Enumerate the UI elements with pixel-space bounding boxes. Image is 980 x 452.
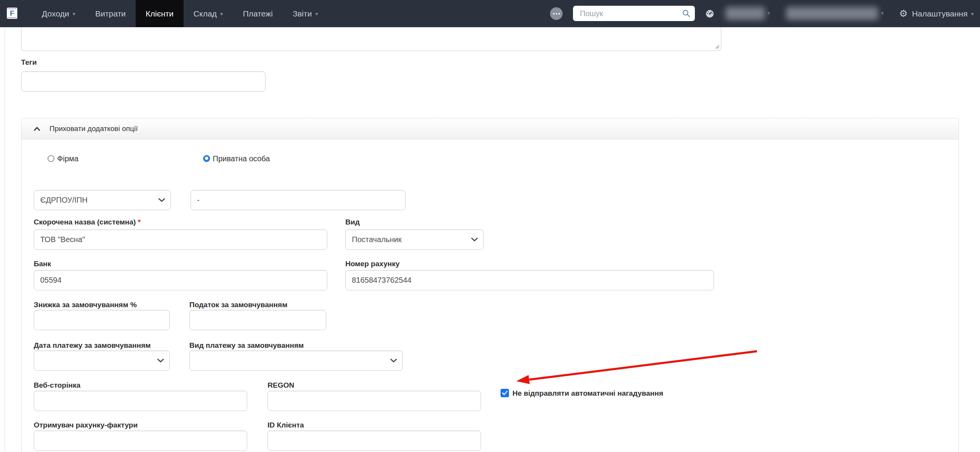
nav-item-label: Платежі xyxy=(243,9,273,18)
more-options-button[interactable] xyxy=(550,7,563,20)
search-input[interactable] xyxy=(579,9,682,18)
caret-down-icon: ▾ xyxy=(220,11,223,16)
settings-menu[interactable]: ⚙ Налаштування ▾ xyxy=(899,0,974,27)
resize-grip-icon[interactable] xyxy=(714,44,719,49)
default-discount-label: Знижка за замовчуванням % xyxy=(34,301,137,309)
tax-id-type-select[interactable]: ЄДРПОУ/ІПН xyxy=(34,190,171,210)
app-logo[interactable]: F xyxy=(7,8,17,19)
radio-company-label[interactable]: Фірма xyxy=(57,154,79,163)
tags-label: Теги xyxy=(21,58,37,67)
chevron-down-icon xyxy=(471,237,478,242)
default-tax-label: Податок за замовчуванням xyxy=(189,301,287,309)
caret-down-icon[interactable]: ▾ xyxy=(767,10,770,16)
default-payment-kind-label: Вид платежу за замовчуванням xyxy=(189,341,304,350)
bank-input[interactable] xyxy=(34,270,327,290)
nav-item-label: Склад xyxy=(194,9,217,18)
viewport-edge-line xyxy=(5,27,5,452)
nav-item-payments[interactable]: Платежі xyxy=(233,0,283,27)
default-payment-date-label: Дата платежу за замовчуванням xyxy=(34,341,151,350)
top-navbar: F Доходи ▾ Витрати Клієнти Склад ▾ Плате… xyxy=(0,0,980,27)
invoice-recipient-input[interactable] xyxy=(34,431,247,451)
default-payment-kind-select[interactable] xyxy=(189,350,403,371)
chevron-down-icon xyxy=(158,198,165,202)
nav-item-warehouse[interactable]: Склад ▾ xyxy=(184,0,233,27)
settings-label: Налаштування xyxy=(912,9,967,18)
account-number-input[interactable] xyxy=(345,270,714,290)
account-email-redacted[interactable] xyxy=(786,7,878,20)
kind-label: Вид xyxy=(345,218,359,226)
panel-toggle-header[interactable]: Приховати додаткові опції xyxy=(21,118,959,139)
website-input[interactable] xyxy=(34,391,247,411)
nav-item-expenses[interactable]: Витрати xyxy=(85,0,136,27)
search-box xyxy=(573,6,695,21)
nav-item-label: Доходи xyxy=(42,9,69,18)
regon-input[interactable] xyxy=(268,391,481,411)
required-asterisk: * xyxy=(138,218,140,226)
check-icon xyxy=(502,391,508,395)
gear-icon: ⚙ xyxy=(899,9,908,18)
tax-id-input[interactable] xyxy=(190,190,405,210)
caret-down-icon[interactable]: ▾ xyxy=(881,10,884,16)
logo-letter: F xyxy=(10,10,15,17)
chevron-up-icon xyxy=(34,127,40,131)
nav-item-incomes[interactable]: Доходи ▾ xyxy=(32,0,85,27)
app-screen: F Доходи ▾ Витрати Клієнти Склад ▾ Плате… xyxy=(0,0,980,452)
search-icon[interactable] xyxy=(682,9,690,18)
radio-private-person[interactable] xyxy=(203,155,210,162)
chevron-down-icon xyxy=(157,359,164,363)
select-value: Постачальник xyxy=(352,235,471,244)
nav-item-label: Витрати xyxy=(95,9,126,18)
default-payment-date-select[interactable] xyxy=(34,350,170,371)
bank-label: Банк xyxy=(34,260,51,268)
account-name-redacted[interactable] xyxy=(726,7,765,20)
no-auto-reminders-label[interactable]: Не відправляти автоматичні нагадування xyxy=(512,389,663,398)
invoice-recipient-label: Отримувач рахунку-фактури xyxy=(34,421,138,429)
panel-title: Приховати додаткові опції xyxy=(49,124,138,133)
tags-input[interactable] xyxy=(21,71,266,92)
main-menu: F Доходи ▾ Витрати Клієнти Склад ▾ Плате… xyxy=(7,0,328,27)
client-id-label: ID Клієнта xyxy=(268,421,304,429)
client-id-input[interactable] xyxy=(268,431,481,451)
radio-company[interactable] xyxy=(48,155,54,162)
account-number-label: Номер рахунку xyxy=(345,260,400,268)
no-auto-reminders-checkbox[interactable] xyxy=(501,389,509,397)
ellipsis-icon xyxy=(553,13,555,15)
gauge-icon xyxy=(705,9,714,18)
caret-down-icon: ▾ xyxy=(315,11,318,16)
additional-options-panel: Приховати додаткові опції Фірма Приватна… xyxy=(21,118,959,452)
default-tax-input[interactable] xyxy=(189,310,326,330)
nav-item-label: Клієнти xyxy=(146,9,174,18)
nav-item-reports[interactable]: Звіти ▾ xyxy=(283,0,328,27)
radio-private-person-label[interactable]: Приватна особа xyxy=(213,154,270,163)
chevron-down-icon xyxy=(390,359,397,363)
nav-item-clients[interactable]: Клієнти xyxy=(136,0,184,27)
short-name-label: Скорочена назва (системна)* xyxy=(34,218,141,226)
regon-label: REGON xyxy=(268,381,294,390)
kind-select[interactable]: Постачальник xyxy=(345,229,484,250)
nav-item-label: Звіти xyxy=(293,9,312,18)
website-label: Веб-сторінка xyxy=(34,381,80,390)
caret-down-icon: ▾ xyxy=(971,11,974,16)
default-discount-input[interactable] xyxy=(34,310,170,330)
select-value: ЄДРПОУ/ІПН xyxy=(40,196,158,205)
notes-textarea[interactable] xyxy=(21,27,721,51)
short-name-input[interactable] xyxy=(34,229,327,250)
caret-down-icon: ▾ xyxy=(72,11,75,16)
